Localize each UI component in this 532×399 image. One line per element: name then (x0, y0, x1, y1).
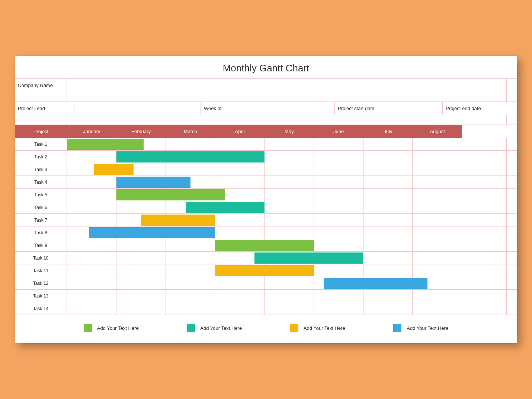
spacer-row (15, 115, 517, 125)
month-header-february: February (116, 125, 166, 138)
project-lead-value[interactable] (74, 102, 201, 115)
gantt-track (67, 277, 462, 289)
gantt-track (67, 214, 462, 226)
legend-item: Add Your Text Here (187, 324, 242, 332)
legend-label: Add Your Text Here (304, 325, 345, 331)
project-lead-label: Project Lead (15, 102, 74, 115)
task-name: Task 9 (15, 239, 67, 251)
gantt-row: Task 7 (15, 214, 517, 226)
gantt-track (67, 239, 462, 251)
gantt-bar[interactable] (254, 252, 363, 264)
company-name-value[interactable] (67, 79, 507, 92)
gantt-track (67, 252, 462, 264)
gantt-bar[interactable] (67, 139, 144, 150)
legend-item: Add Your Text Here (393, 324, 448, 332)
company-name-label: Company Name (15, 79, 67, 92)
month-header-april: April (215, 125, 265, 138)
task-name: Task 12 (15, 277, 67, 289)
project-start-value[interactable] (394, 102, 443, 115)
week-of-value[interactable] (249, 102, 335, 115)
legend-label: Add Your Text Here (200, 325, 242, 331)
project-end-label: Project end date (443, 102, 502, 115)
project-start-label: Project start date (335, 102, 394, 115)
task-name: Task 7 (15, 214, 67, 226)
legend-swatch (187, 324, 195, 332)
gantt-bar[interactable] (116, 177, 190, 188)
chart-title: Monthly Gantt Chart (15, 56, 517, 79)
gantt-row: Task 13 (15, 290, 517, 302)
month-header-may: May (265, 125, 314, 138)
gantt-track (67, 138, 462, 150)
month-header-august: August (413, 125, 462, 138)
gantt-track (67, 151, 462, 163)
gantt-row: Task 1 (15, 138, 517, 151)
project-meta-row: Project Lead Week of Project start date … (15, 102, 517, 115)
gantt-track (67, 226, 462, 239)
gantt-track (67, 176, 462, 188)
gantt-header: Project JanuaryFebruaryMarchAprilMayJune… (15, 125, 517, 138)
gantt-row: Task 5 (15, 189, 517, 201)
gantt-bar[interactable] (141, 215, 215, 226)
gantt-track (67, 264, 462, 277)
gantt-bar[interactable] (215, 240, 314, 251)
gantt-row: Task 11 (15, 264, 517, 277)
task-name: Task 5 (15, 189, 67, 201)
task-name: Task 2 (15, 151, 67, 163)
gantt-row: Task 10 (15, 252, 517, 264)
gantt-bar[interactable] (324, 278, 427, 289)
legend-item: Add Your Text Here (290, 324, 345, 332)
gantt-chart: Project JanuaryFebruaryMarchAprilMayJune… (15, 125, 517, 315)
legend-swatch (84, 324, 92, 332)
task-name: Task 11 (15, 264, 67, 277)
month-header-march: March (166, 125, 215, 138)
task-name: Task 4 (15, 176, 67, 188)
gantt-track (67, 201, 462, 213)
gantt-track (67, 189, 462, 201)
task-name: Task 14 (15, 302, 67, 315)
gantt-row: Task 3 (15, 163, 517, 176)
gantt-bar[interactable] (94, 164, 134, 175)
gantt-bar[interactable] (215, 265, 314, 276)
gantt-bar[interactable] (116, 189, 225, 200)
legend-swatch (393, 324, 401, 332)
gantt-track (67, 163, 462, 176)
company-name-row: Company Name (15, 79, 517, 92)
legend-swatch (290, 324, 298, 332)
gantt-row: Task 8 (15, 226, 517, 239)
gantt-row: Task 14 (15, 302, 517, 315)
legend: Add Your Text HereAdd Your Text HereAdd … (15, 315, 517, 332)
task-name: Task 6 (15, 201, 67, 213)
task-name: Task 10 (15, 252, 67, 264)
gantt-row: Task 2 (15, 151, 517, 163)
gantt-sheet: Monthly Gantt Chart Company Name Project… (15, 56, 517, 343)
month-header-july: July (363, 125, 413, 138)
gantt-bar[interactable] (89, 227, 215, 238)
gantt-bar[interactable] (186, 202, 265, 213)
gantt-header-project: Project (15, 125, 67, 138)
gantt-row: Task 6 (15, 201, 517, 214)
month-header-june: June (314, 125, 363, 138)
spacer-row (15, 92, 517, 102)
gantt-track (67, 290, 462, 302)
task-name: Task 13 (15, 290, 67, 302)
task-name: Task 8 (15, 226, 67, 239)
gantt-bar[interactable] (116, 151, 265, 163)
task-name: Task 3 (15, 163, 67, 176)
gantt-row: Task 4 (15, 176, 517, 189)
week-of-label: Week of (201, 102, 249, 115)
legend-label: Add Your Text Here (97, 325, 139, 331)
gantt-row: Task 12 (15, 277, 517, 290)
gantt-row: Task 9 (15, 239, 517, 252)
month-header-january: January (67, 125, 116, 138)
legend-label: Add Your Text Here (407, 325, 448, 331)
task-name: Task 1 (15, 138, 67, 150)
legend-item: Add Your Text Here (84, 324, 139, 332)
gantt-track (67, 302, 462, 315)
